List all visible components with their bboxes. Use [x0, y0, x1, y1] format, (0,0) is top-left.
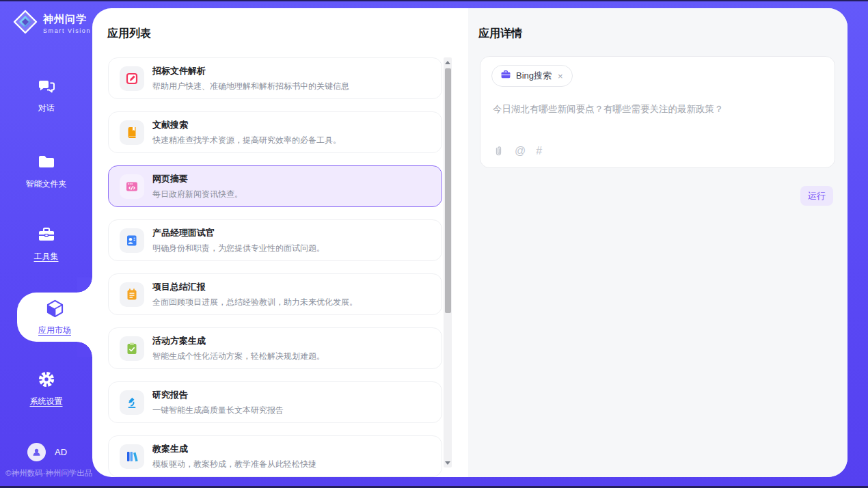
app-card-title: 研究报告: [152, 389, 284, 401]
tool-chip-bing-search[interactable]: Bing搜索 ×: [491, 65, 573, 87]
pm-interviewer-icon: [120, 228, 144, 253]
app-card-webpage-summary[interactable]: 网页摘要 每日政府新闻资讯快查。: [108, 165, 442, 207]
app-card-title: 文献搜索: [152, 119, 341, 131]
app-card-title: 网页摘要: [152, 173, 243, 185]
event-plan-icon: [120, 336, 144, 361]
app-list-scrollbar[interactable]: [444, 57, 452, 467]
app-card-title: 教案生成: [152, 443, 316, 455]
tool-chip-label: Bing搜索: [516, 70, 552, 82]
app-card-description: 明确身份和职责，为您提供专业性的面试问题。: [152, 243, 325, 254]
cube-icon: [45, 299, 65, 321]
sidebar-item-label: 系统设置: [30, 396, 63, 407]
scroll-up-arrow-icon[interactable]: [444, 58, 452, 66]
chat-icon: [37, 77, 56, 98]
scrollbar-thumb[interactable]: [445, 68, 451, 313]
app-detail-title: 应用详情: [478, 27, 522, 41]
scroll-down-arrow-icon[interactable]: [444, 459, 452, 467]
folder-icon: [37, 152, 56, 174]
mention-icon[interactable]: @: [515, 145, 526, 157]
app-card-description: 每日政府新闻资讯快查。: [152, 189, 243, 200]
attachment-icon[interactable]: [493, 146, 504, 157]
app-card-description: 模板驱动，教案秒成，教学准备从此轻松快捷: [152, 459, 316, 470]
app-list-title: 应用列表: [107, 27, 151, 41]
sidebar-item-app-market[interactable]: 应用市场: [17, 293, 92, 342]
app-card-research-report[interactable]: 研究报告 一键智能生成高质量长文本研究报告: [108, 381, 442, 423]
app-card-description: 全面回顾项目进展，总结经验教训，助力未来优化发展。: [152, 297, 357, 308]
avatar: [27, 443, 46, 461]
sidebar-item-label: 应用市场: [38, 325, 71, 336]
sidebar-item-chat[interactable]: 对话: [0, 77, 92, 114]
app-card-tender-parse[interactable]: 招标文件解析 帮助用户快速、准确地理解和解析招标书中的关键信息: [108, 57, 442, 99]
sidebar-item-label: 对话: [38, 103, 55, 114]
sidebar-item-label: 工具集: [34, 251, 59, 262]
user-account[interactable]: AD: [27, 443, 67, 461]
app-card-event-plan[interactable]: 活动方案生成 智能生成个性化活动方案，轻松解决规划难题。: [108, 327, 442, 369]
copyright-text: ©神州数码·神州问学出品: [5, 468, 92, 478]
briefcase-icon: [500, 69, 511, 83]
brand-logo: 神州问学 Smart Vision: [12, 9, 91, 38]
app-card-description: 快速精准查找学术资源，提高研究效率的必备工具。: [152, 135, 341, 146]
project-summary-icon: [120, 282, 144, 307]
app-card-literature-search[interactable]: 文献搜索 快速精准查找学术资源，提高研究效率的必备工具。: [108, 111, 442, 153]
app-list: 招标文件解析 帮助用户快速、准确地理解和解析招标书中的关键信息 文献搜索 快速精…: [108, 57, 442, 477]
user-name: AD: [55, 447, 67, 457]
chip-close-icon[interactable]: ×: [556, 71, 565, 81]
app-card-title: 招标文件解析: [152, 65, 349, 77]
sidebar-item-toolset[interactable]: 工具集: [0, 225, 92, 262]
query-input[interactable]: 今日湖北有哪些新闻要点？有哪些需要关注的最新政策？: [493, 103, 819, 116]
app-card-description: 帮助用户快速、准确地理解和解析招标书中的关键信息: [152, 81, 349, 92]
research-report-icon: [120, 390, 144, 415]
app-card-title: 产品经理面试官: [152, 227, 325, 239]
sidebar-item-smart-folder[interactable]: 智能文件夹: [0, 152, 92, 190]
webpage-summary-icon: [120, 174, 144, 199]
app-card-project-summary[interactable]: 项目总结汇报 全面回顾项目进展，总结经验教训，助力未来优化发展。: [108, 273, 442, 315]
input-toolbar: @ #: [493, 145, 542, 157]
app-card-lesson-plan[interactable]: 教案生成 模板驱动，教案秒成，教学准备从此轻松快捷: [108, 435, 442, 477]
tender-parse-icon: [120, 66, 144, 91]
gear-icon: [37, 370, 56, 392]
sidebar-item-label: 智能文件夹: [26, 178, 67, 190]
diamond-logo-icon: [12, 9, 38, 38]
app-card-title: 项目总结汇报: [152, 281, 357, 293]
app-card-title: 活动方案生成: [152, 335, 325, 347]
sidebar: 神州问学 Smart Vision 对话 智能文件夹: [0, 1, 92, 486]
app-card-description: 智能生成个性化活动方案，轻松解决规划难题。: [152, 351, 325, 362]
app-card-description: 一键智能生成高质量长文本研究报告: [152, 405, 284, 416]
brand-subtitle: Smart Vision: [43, 27, 91, 34]
run-button[interactable]: 运行: [800, 186, 833, 206]
literature-search-icon: [120, 120, 144, 145]
toolbox-icon: [37, 225, 56, 247]
main-panel: 应用列表 招标文件解析 帮助用户快速、准确地理解和解析招标书中的关键信息: [92, 8, 847, 477]
lesson-plan-icon: [120, 444, 144, 469]
app-card-pm-interviewer[interactable]: 产品经理面试官 明确身份和职责，为您提供专业性的面试问题。: [108, 219, 442, 261]
hashtag-icon[interactable]: #: [536, 145, 542, 157]
app-detail-card: Bing搜索 × 今日湖北有哪些新闻要点？有哪些需要关注的最新政策？ @ #: [480, 56, 835, 168]
sidebar-item-settings[interactable]: 系统设置: [0, 370, 92, 407]
brand-name: 神州问学: [43, 13, 91, 26]
